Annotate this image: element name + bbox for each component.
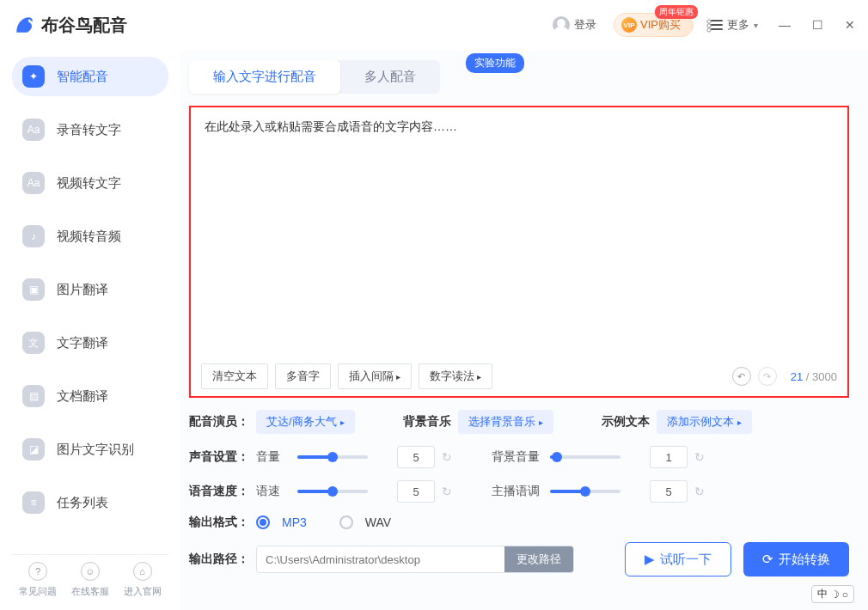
tone-reset-icon[interactable]: ↻ (694, 485, 705, 498)
volume-slider[interactable] (297, 455, 368, 459)
sidebar-footer-1[interactable]: ☺在线客服 (71, 562, 109, 598)
insert-pause-button[interactable]: 插入间隔▸ (338, 363, 412, 389)
footer-label: 常见问题 (19, 585, 57, 598)
sidebar-footer-2[interactable]: ⌂进入官网 (124, 562, 162, 598)
svg-point-0 (28, 19, 31, 21)
sidebar-item-8[interactable]: ≡任务列表 (12, 483, 168, 522)
number-reading-button[interactable]: 数字读法▸ (419, 363, 492, 389)
sample-text-label: 示例文本 (602, 414, 650, 430)
format-wav-label: WAV (365, 515, 391, 529)
bg-volume-label: 背景音量 (492, 449, 543, 465)
more-label: 更多 (727, 17, 749, 33)
sidebar-item-3[interactable]: ♪视频转音频 (12, 217, 168, 256)
sidebar-item-6[interactable]: ▤文档翻译 (12, 376, 168, 416)
tabs: 输入文字进行配音多人配音 (189, 60, 440, 94)
polyphone-button[interactable]: 多音字 (275, 363, 331, 389)
nav-icon: Aa (22, 119, 45, 141)
nav-label: 文档翻译 (57, 388, 108, 405)
footer-icon: ? (28, 562, 47, 581)
footer-label: 进入官网 (124, 585, 162, 598)
nav-icon: Aa (22, 172, 45, 194)
close-button[interactable]: ✕ (844, 19, 856, 31)
speed-value[interactable]: 5 (397, 480, 435, 503)
output-path-field: 更改路径 (256, 546, 574, 573)
sidebar-item-2[interactable]: Aa视频转文字 (12, 163, 168, 203)
nav-label: 录音转文字 (57, 122, 121, 138)
bg-volume-value[interactable]: 1 (650, 446, 688, 468)
convert-icon: ⟳ (762, 552, 773, 567)
sidebar: ✦智能配音Aa录音转文字Aa视频转文字♪视频转音频▣图片翻译文文字翻译▤文档翻译… (0, 50, 180, 610)
speed-label: 语速 (256, 484, 290, 499)
vip-purchase-button[interactable]: VIP VIP购买 周年钜惠 (608, 9, 699, 40)
maximize-button[interactable]: ☐ (811, 19, 823, 31)
minimize-button[interactable]: — (779, 19, 791, 31)
tone-label: 主播语调 (492, 484, 543, 499)
volume-reset-icon[interactable]: ↻ (442, 450, 452, 464)
experiment-badge: 实验功能 (466, 53, 524, 73)
ime-indicator: 中☽○ (811, 585, 854, 603)
clear-text-button[interactable]: 清空文本 (201, 363, 268, 389)
speed-slider[interactable] (297, 490, 368, 493)
output-path-input[interactable] (257, 553, 504, 566)
undo-button[interactable]: ↶ (732, 367, 751, 386)
tab-0[interactable]: 输入文字进行配音 (189, 60, 340, 94)
preview-button[interactable]: ▶试听一下 (625, 542, 731, 576)
sound-settings-label: 声音设置： (189, 449, 249, 465)
nav-icon: ♪ (22, 225, 45, 247)
vip-crown-icon: VIP (621, 17, 637, 33)
nav-icon: ▣ (22, 278, 45, 301)
nav-label: 任务列表 (57, 495, 108, 511)
nav-icon: ◪ (22, 438, 45, 461)
bg-volume-reset-icon[interactable]: ↻ (694, 450, 705, 464)
login-label: 登录 (574, 17, 596, 33)
stack-icon (711, 20, 723, 30)
nav-label: 图片翻译 (57, 282, 108, 298)
more-menu-button[interactable]: 更多 ▾ (706, 14, 763, 36)
sidebar-item-5[interactable]: 文文字翻译 (12, 323, 168, 363)
voice-actor-select[interactable]: 艾达/商务大气▸ (256, 410, 355, 434)
titlebar: 布谷鸟配音 登录 VIP VIP购买 周年钜惠 更多 ▾ — ☐ ✕ (0, 0, 868, 50)
output-format-label: 输出格式： (189, 515, 249, 530)
voice-actor-label: 配音演员： (189, 414, 249, 430)
format-mp3-radio[interactable] (256, 515, 270, 529)
nav-icon: ▤ (22, 385, 45, 407)
chevron-down-icon: ▾ (754, 21, 758, 30)
nav-icon: ✦ (22, 65, 45, 88)
nav-label: 视频转音频 (57, 229, 121, 245)
nav-icon: ≡ (22, 491, 45, 514)
sidebar-item-1[interactable]: Aa录音转文字 (12, 110, 168, 149)
sample-text-select[interactable]: 添加示例文本▸ (657, 410, 752, 434)
tone-slider[interactable] (550, 490, 620, 493)
format-mp3-label: MP3 (282, 515, 307, 529)
output-path-label: 输出路径： (189, 552, 249, 567)
tab-1[interactable]: 多人配音 (340, 60, 440, 94)
char-counter: 21 / 3000 (791, 370, 837, 383)
volume-value[interactable]: 5 (397, 446, 435, 468)
nav-label: 视频转文字 (57, 175, 121, 192)
vip-label: VIP购买 (640, 17, 681, 33)
format-wav-radio[interactable] (339, 515, 353, 529)
login-button[interactable]: 登录 (547, 13, 602, 37)
tone-value[interactable]: 5 (650, 480, 688, 503)
text-input[interactable] (191, 107, 847, 357)
text-editor-box: 清空文本 多音字 插入间隔▸ 数字读法▸ ↶ ↷ 21 / 3000 (189, 106, 849, 398)
footer-icon: ⌂ (133, 562, 152, 581)
app-title: 布谷鸟配音 (41, 14, 127, 37)
footer-icon: ☺ (81, 562, 100, 581)
nav-label: 智能配音 (57, 69, 108, 85)
speed-reset-icon[interactable]: ↻ (442, 485, 452, 498)
sidebar-footer-0[interactable]: ?常见问题 (19, 562, 57, 598)
bg-music-label: 背景音乐 (403, 414, 451, 430)
convert-button[interactable]: ⟳开始转换 (743, 542, 849, 576)
bg-music-select[interactable]: 选择背景音乐▸ (458, 410, 553, 434)
sidebar-item-7[interactable]: ◪图片文字识别 (12, 430, 168, 469)
redo-button[interactable]: ↷ (758, 367, 777, 386)
bg-volume-slider[interactable] (550, 455, 620, 459)
sidebar-item-0[interactable]: ✦智能配音 (12, 57, 168, 96)
footer-label: 在线客服 (71, 585, 109, 598)
change-path-button[interactable]: 更改路径 (504, 546, 573, 572)
nav-label: 图片文字识别 (57, 442, 134, 458)
bird-logo-icon (12, 13, 36, 37)
volume-label: 音量 (256, 449, 290, 465)
sidebar-item-4[interactable]: ▣图片翻译 (12, 270, 168, 309)
